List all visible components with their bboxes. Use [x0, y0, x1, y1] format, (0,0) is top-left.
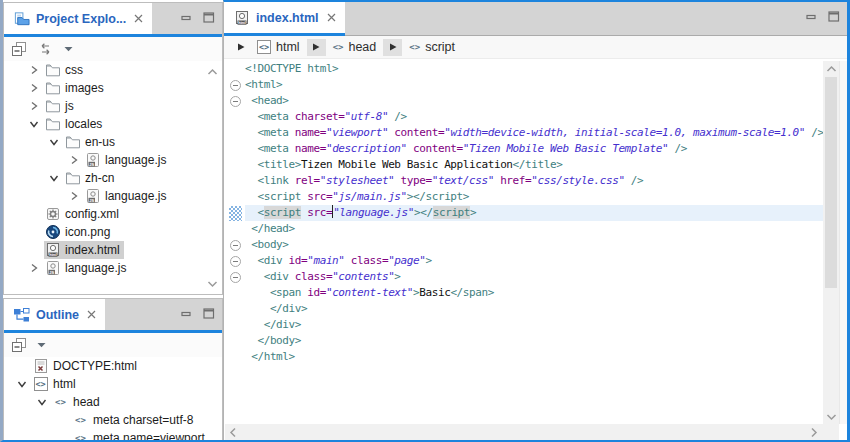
- code-area[interactable]: <!DOCTYPE html><html> <head> <meta chars…: [225, 61, 823, 424]
- code-line[interactable]: <html>: [225, 77, 823, 93]
- fold-collapse-icon[interactable]: [230, 96, 241, 107]
- tree-item-label: meta charset=utf-8: [89, 413, 197, 427]
- tree-item-language-js[interactable]: JSlanguage.js: [4, 259, 222, 277]
- tab-project-explorer[interactable]: Project Explo...: [4, 3, 152, 34]
- chevron-spacer: [24, 205, 44, 223]
- tree-item-config-xml[interactable]: config.xml: [4, 205, 222, 223]
- code-line[interactable]: <!DOCTYPE html>: [225, 61, 823, 77]
- code-line[interactable]: <div id="main" class="page">: [225, 253, 823, 269]
- maximize-icon[interactable]: [828, 11, 840, 22]
- chevron-right-icon[interactable]: [24, 61, 44, 79]
- scroll-left-icon[interactable]: [225, 424, 240, 440]
- close-icon[interactable]: [87, 310, 96, 319]
- view-menu-icon[interactable]: [64, 46, 73, 52]
- chevron-down-icon[interactable]: [12, 375, 32, 393]
- chevron-right-icon[interactable]: [64, 187, 84, 205]
- tree-item-css[interactable]: css: [4, 61, 222, 79]
- editor-vertical-scrollbar[interactable]: [823, 61, 839, 424]
- code-line[interactable]: </div>: [225, 317, 823, 333]
- fold-margin[interactable]: [225, 237, 245, 253]
- tree-item-head[interactable]: <>head: [4, 393, 222, 411]
- code-line[interactable]: <span id="content-text">Basic</span>: [225, 285, 823, 301]
- code-line[interactable]: <meta charset="utf-8" />: [225, 109, 823, 125]
- chevron-spacer: [24, 223, 44, 241]
- fold-margin[interactable]: [225, 253, 245, 269]
- tree-item-language-js[interactable]: JSlanguage.js: [4, 151, 222, 169]
- breadcrumb-item-head[interactable]: <>head: [328, 39, 382, 55]
- tree-item-zh-cn[interactable]: zh-cn: [4, 169, 222, 187]
- tree-item-language-js[interactable]: JSlanguage.js: [4, 187, 222, 205]
- tree-item-meta-name-viewport[interactable]: <>meta name=viewport: [4, 429, 222, 440]
- scroll-right-icon[interactable]: [806, 424, 821, 440]
- code-line[interactable]: </html>: [225, 349, 823, 365]
- code-line[interactable]: <meta name="viewport" content="width=dev…: [225, 125, 823, 141]
- code-line[interactable]: </body>: [225, 333, 823, 349]
- breadcrumb-expand-icon[interactable]: [383, 39, 402, 56]
- scrollbar-thumb[interactable]: [825, 77, 837, 288]
- code-line[interactable]: <script src="js/main.js"></script>: [225, 189, 823, 205]
- tab-index-html[interactable]: html index.html: [224, 2, 345, 33]
- code-line[interactable]: <div class="contents">: [225, 269, 823, 285]
- chevron-down-icon[interactable]: [24, 115, 44, 133]
- breadcrumb-expand-icon[interactable]: [231, 39, 250, 56]
- chevron-right-icon[interactable]: [24, 79, 44, 97]
- scroll-up-icon[interactable]: [823, 61, 839, 76]
- tree-item-doctype-html[interactable]: DOCTYPE:html: [4, 357, 222, 375]
- link-with-editor-icon[interactable]: [37, 42, 54, 56]
- chevron-down-icon[interactable]: [44, 169, 64, 187]
- chevron-down-icon[interactable]: [32, 393, 52, 411]
- code-line[interactable]: <script src="language.js"></script>: [225, 205, 823, 221]
- minimize-icon[interactable]: [181, 13, 192, 23]
- chevron-down-icon[interactable]: [44, 133, 64, 151]
- fold-margin[interactable]: [225, 93, 245, 109]
- tree-item-meta-charset-utf-8[interactable]: <>meta charset=utf-8: [4, 411, 222, 429]
- code-line[interactable]: </head>: [225, 221, 823, 237]
- minimize-icon[interactable]: [181, 309, 192, 319]
- fold-margin[interactable]: [225, 269, 245, 285]
- tree-item-icon-png[interactable]: icon.png: [4, 223, 222, 241]
- chevron-right-icon[interactable]: [64, 151, 84, 169]
- collapse-all-icon[interactable]: [11, 337, 27, 353]
- tree-item-html[interactable]: <>html: [4, 375, 222, 393]
- fold-margin: [225, 317, 245, 333]
- code-text: <link rel="stylesheet" type="text/css" h…: [245, 173, 823, 189]
- close-icon[interactable]: [134, 14, 143, 23]
- close-icon[interactable]: [327, 13, 336, 22]
- minimize-icon[interactable]: [806, 12, 817, 22]
- tree-item-body: css: [44, 61, 87, 79]
- fold-collapse-icon[interactable]: [230, 240, 241, 251]
- chevron-right-icon[interactable]: [24, 259, 44, 277]
- scroll-up-icon[interactable]: [205, 65, 220, 79]
- tree-item-en-us[interactable]: en-us: [4, 133, 222, 151]
- breadcrumb-item-script[interactable]: <>script: [404, 39, 460, 55]
- view-menu-icon[interactable]: [37, 342, 46, 348]
- scroll-down-icon[interactable]: [823, 409, 839, 424]
- maximize-icon[interactable]: [203, 12, 215, 23]
- breadcrumb-item-html[interactable]: <>html: [252, 39, 305, 55]
- code-line[interactable]: <body>: [225, 237, 823, 253]
- element-icon: <>: [52, 394, 69, 410]
- code-line[interactable]: <meta name="description" content="Tizen …: [225, 141, 823, 157]
- code-text: </div>: [245, 301, 823, 317]
- fold-collapse-icon[interactable]: [230, 80, 241, 91]
- code-line[interactable]: </div>: [225, 301, 823, 317]
- collapse-all-icon[interactable]: [11, 41, 27, 57]
- code-line[interactable]: <title>Tizen Mobile Web Basic Applicatio…: [225, 157, 823, 173]
- code-line[interactable]: <head>: [225, 93, 823, 109]
- doctype-icon: [32, 358, 49, 374]
- fold-margin[interactable]: [225, 77, 245, 93]
- maximize-icon[interactable]: [203, 308, 215, 319]
- tree-item-locales[interactable]: locales: [4, 115, 222, 133]
- tree-item-images[interactable]: images: [4, 79, 222, 97]
- editor-horizontal-scrollbar[interactable]: [225, 424, 839, 440]
- breadcrumb-expand-icon[interactable]: [307, 39, 326, 56]
- chevron-right-icon[interactable]: [24, 97, 44, 115]
- scroll-down-icon[interactable]: [205, 277, 220, 291]
- fold-collapse-icon[interactable]: [230, 272, 241, 283]
- tree-item-js[interactable]: js: [4, 97, 222, 115]
- tree-item-index-html[interactable]: htmlindex.html: [4, 241, 222, 259]
- fold-collapse-icon[interactable]: [230, 256, 241, 267]
- code-line[interactable]: <link rel="stylesheet" type="text/css" h…: [225, 173, 823, 189]
- html-file-icon: html: [44, 242, 61, 258]
- tab-outline[interactable]: Outline: [4, 299, 105, 330]
